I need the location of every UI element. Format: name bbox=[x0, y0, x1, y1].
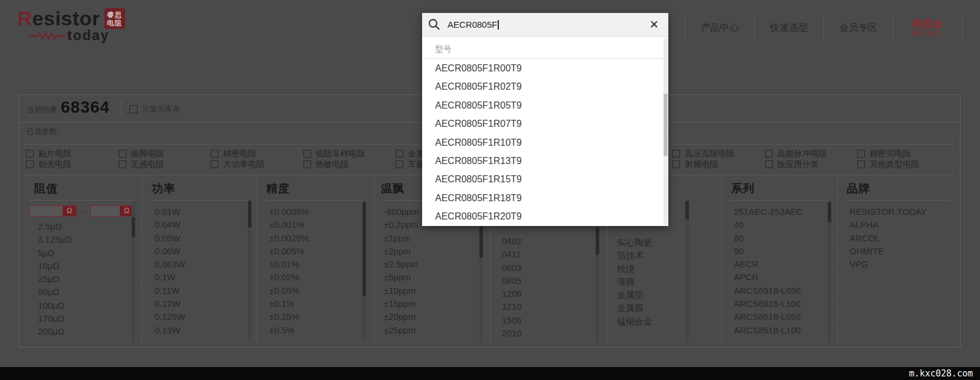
type-filter-option[interactable]: 热敏电阻 bbox=[303, 160, 396, 169]
filter-option[interactable]: ARCS6918-L100 bbox=[731, 297, 829, 310]
column-scrollbar[interactable] bbox=[362, 201, 366, 342]
column-scrollbar[interactable] bbox=[685, 201, 689, 342]
filter-option[interactable]: ±0.0025% bbox=[266, 232, 361, 245]
nav-item-products[interactable]: 产品中心 bbox=[685, 15, 754, 40]
filter-option[interactable]: 1506 bbox=[499, 314, 570, 327]
filter-option[interactable]: ALPHA bbox=[847, 218, 950, 231]
filter-option[interactable]: 1210 bbox=[499, 300, 570, 313]
resistance-min-input[interactable]: Ω bbox=[30, 205, 77, 217]
type-filter-option[interactable]: 大功率电阻 bbox=[211, 160, 303, 169]
scrollbar-thumb[interactable] bbox=[248, 201, 251, 228]
filter-option[interactable]: 5μΩ bbox=[30, 247, 135, 260]
type-filter-option[interactable]: 精密箔电阻 bbox=[857, 149, 950, 158]
filter-option[interactable]: 0.1W bbox=[152, 271, 248, 284]
filter-option[interactable]: 2.5μΩ bbox=[30, 220, 135, 233]
filter-option[interactable]: 薄膜 bbox=[614, 276, 682, 289]
type-filter-option[interactable]: 低阻采样电阻 bbox=[303, 149, 396, 158]
filter-option[interactable]: OHMITE bbox=[847, 245, 950, 258]
filter-option[interactable]: 25μΩ bbox=[30, 273, 135, 286]
filter-option[interactable]: ±0.25% bbox=[266, 310, 361, 323]
filter-option[interactable]: ±15ppm bbox=[381, 297, 475, 310]
filter-option[interactable]: 10μΩ bbox=[30, 260, 135, 273]
type-filter-option[interactable]: 射频电阻 bbox=[672, 160, 765, 169]
filter-option[interactable]: ±0.01% bbox=[266, 258, 361, 271]
filter-option[interactable]: 0.11W bbox=[152, 284, 248, 297]
filter-option[interactable]: 200μΩ bbox=[30, 325, 135, 338]
type-filter-option[interactable]: 高能脉冲电阻 bbox=[765, 149, 858, 158]
type-filter-option[interactable]: 精密电阻 bbox=[211, 149, 303, 158]
filter-option[interactable]: 100μΩ bbox=[30, 299, 135, 312]
scrollbar-thumb[interactable] bbox=[132, 217, 135, 237]
stock-only-checkbox[interactable]: 只显示库存 bbox=[129, 104, 180, 114]
suggestion-item[interactable]: AECR0805F1R15T9 bbox=[422, 170, 668, 188]
filter-option[interactable]: ±0.02% bbox=[266, 271, 361, 284]
type-filter-option[interactable]: 插脚电阻 bbox=[119, 149, 211, 158]
filter-option[interactable]: 箔技术 bbox=[614, 249, 682, 262]
resistance-max-input[interactable]: Ω bbox=[90, 205, 134, 217]
filter-option[interactable]: 170μΩ bbox=[30, 312, 135, 325]
filter-option[interactable]: 40 bbox=[731, 218, 829, 231]
filter-option[interactable]: VPG bbox=[847, 258, 950, 271]
filter-option[interactable]: 0.13W bbox=[152, 324, 248, 337]
scrollbar-thumb[interactable] bbox=[828, 202, 831, 222]
filter-option[interactable]: 3.125μΩ bbox=[30, 233, 135, 246]
filter-option[interactable]: ±2ppm bbox=[381, 245, 475, 258]
type-filter-option[interactable]: 贴片电阻 bbox=[26, 149, 119, 158]
suggestion-item[interactable]: AECR0805F1R00T9 bbox=[422, 59, 668, 77]
filter-option[interactable]: ±0.0005% bbox=[266, 205, 361, 218]
filter-option[interactable]: ±5ppm bbox=[381, 271, 475, 284]
suggestion-item[interactable]: AECR0805F1R02T9 bbox=[422, 77, 668, 96]
filter-option[interactable]: APCR bbox=[731, 271, 829, 284]
filter-option[interactable]: 0402 bbox=[499, 235, 570, 248]
filter-option[interactable]: ±10ppm bbox=[381, 284, 475, 297]
close-icon[interactable]: ✕ bbox=[646, 19, 662, 30]
site-logo[interactable]: Resistor 睿思 电阻 today bbox=[18, 7, 125, 44]
resistance-max-field[interactable] bbox=[91, 206, 120, 216]
filter-option[interactable]: ±0.05% bbox=[266, 284, 361, 297]
filter-option[interactable]: ±20ppm bbox=[381, 310, 475, 323]
filter-option[interactable]: ±0.5% bbox=[266, 324, 361, 337]
filter-option[interactable]: AECR bbox=[731, 258, 829, 271]
nav-item-member-zone[interactable]: 会员专区 bbox=[824, 15, 893, 40]
scrollbar-thumb[interactable] bbox=[479, 226, 483, 258]
suggestion-item[interactable]: AECR0805F1R13T9 bbox=[422, 152, 668, 170]
filter-option[interactable]: 0.04W bbox=[152, 218, 248, 231]
filter-option[interactable]: 251AEC-253AEC bbox=[731, 205, 829, 218]
filter-option[interactable]: 2010 bbox=[499, 327, 570, 340]
search-input[interactable]: AECR0805F bbox=[447, 19, 497, 30]
search-bar[interactable]: AECR0805F ✕ bbox=[422, 13, 668, 37]
suggestion-item[interactable]: AECR0805F1R05T9 bbox=[422, 96, 668, 114]
scrollbar-thumb[interactable] bbox=[685, 201, 689, 220]
filter-option[interactable]: 金属箔 bbox=[614, 289, 682, 302]
scrollbar-thumb[interactable] bbox=[664, 94, 668, 156]
filter-option[interactable]: 1206 bbox=[499, 287, 570, 300]
filter-option[interactable]: 0603 bbox=[499, 261, 570, 274]
filter-option[interactable]: RESISTOR.TODAY bbox=[847, 205, 950, 218]
filter-option[interactable]: 实心陶瓷 bbox=[614, 236, 682, 249]
filter-option[interactable]: ±1ppm bbox=[381, 232, 475, 245]
column-scrollbar[interactable] bbox=[248, 201, 251, 342]
filter-option[interactable]: ±0.1% bbox=[266, 297, 361, 310]
filter-option[interactable]: 0.125W bbox=[152, 310, 248, 323]
filter-option[interactable]: ±25ppm bbox=[381, 324, 475, 337]
suggestion-item[interactable]: AECR0805F1R20T9 bbox=[422, 207, 668, 225]
nav-item-big-sale[interactable]: 特卖会 BIG-SALE bbox=[893, 15, 962, 40]
column-scrollbar[interactable] bbox=[132, 201, 135, 342]
filter-option[interactable]: 50μΩ bbox=[30, 286, 135, 299]
filter-option[interactable]: 线绕 bbox=[614, 263, 682, 276]
type-filter-option[interactable]: 其他类型电阻 bbox=[857, 160, 950, 169]
filter-option[interactable]: 90 bbox=[731, 245, 829, 258]
suggestion-item[interactable]: AECR0805F1R18T9 bbox=[422, 189, 668, 207]
type-filter-option[interactable]: 高压高阻电阻 bbox=[672, 149, 765, 158]
popup-scrollbar[interactable] bbox=[664, 38, 668, 225]
filter-option[interactable]: ARCS8518-L050 bbox=[731, 310, 829, 323]
type-filter-option[interactable]: 无感电阻 bbox=[119, 160, 211, 169]
filter-option[interactable]: 金属膜 bbox=[614, 302, 682, 315]
filter-option[interactable]: ±0.005% bbox=[266, 245, 361, 258]
filter-option[interactable]: ARCS6918-L050 bbox=[731, 284, 829, 297]
filter-option[interactable]: ±2.5ppm bbox=[381, 258, 475, 271]
filter-option[interactable]: 0.12W bbox=[152, 297, 248, 310]
nav-item-quick-select[interactable]: 快速选型 bbox=[754, 15, 824, 40]
type-filter-option[interactable]: 按应用分类 bbox=[765, 160, 858, 169]
filter-option[interactable]: 0805 bbox=[499, 274, 570, 287]
